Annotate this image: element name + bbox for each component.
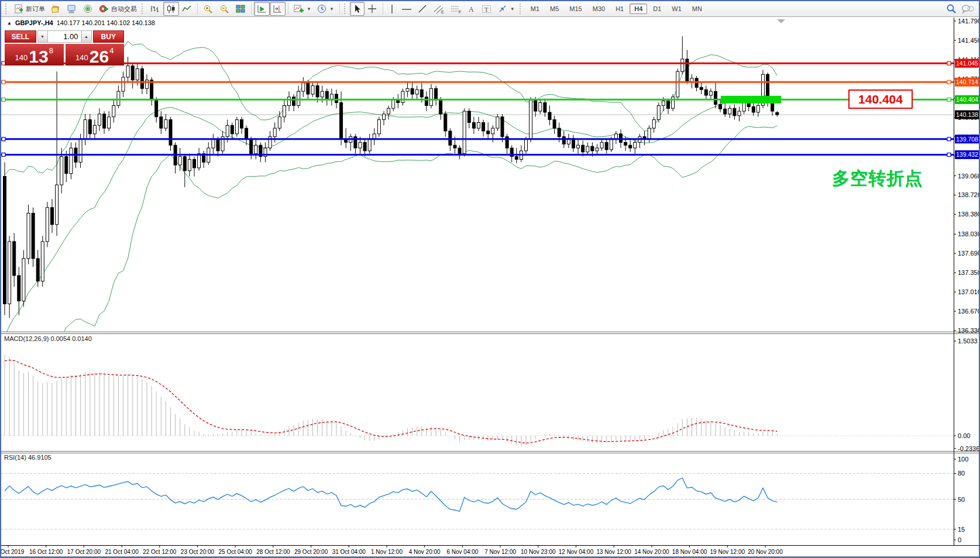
buy-price-prefix: 140: [75, 53, 88, 62]
price-label-140.404: 140.404: [955, 95, 980, 104]
price-label-141.045: 141.045: [955, 59, 980, 68]
svg-text:16 Oct 12:00: 16 Oct 12:00: [29, 549, 63, 555]
svg-text:21 Oct 04:00: 21 Oct 04:00: [105, 549, 139, 555]
sell-price-box[interactable]: 140 13 8: [5, 44, 64, 66]
volume-control: ▼ ▲: [37, 30, 92, 43]
chart-title: ▲ GBPJPY-,H4 140.177 140.201 140.102 140…: [7, 19, 155, 26]
svg-text:138.720: 138.720: [958, 191, 980, 198]
price-label-140.714: 140.714: [955, 78, 980, 87]
svg-text:0.00: 0.00: [958, 432, 970, 439]
macd-indicator-label: MACD(12,26,9) 0.0054 0.0140: [4, 335, 92, 342]
svg-text:138.030: 138.030: [958, 230, 980, 237]
svg-text:141.045: 141.045: [956, 60, 978, 67]
svg-text:14 Nov 20:00: 14 Nov 20:00: [634, 549, 669, 555]
svg-text:137.010: 137.010: [958, 288, 980, 295]
buy-price-sup: 4: [109, 46, 114, 55]
sell-button[interactable]: SELL: [5, 30, 36, 43]
sell-price-prefix: 140: [15, 53, 28, 62]
svg-text:22 Oct 12:00: 22 Oct 12:00: [143, 549, 177, 555]
svg-text:141.790: 141.790: [958, 18, 980, 25]
svg-text:140.404: 140.404: [956, 96, 978, 103]
svg-text:136.670: 136.670: [958, 308, 980, 315]
sell-price-main: 13: [29, 49, 48, 64]
buy-button[interactable]: BUY: [93, 30, 125, 43]
highlight-zone-rect: [721, 96, 781, 104]
svg-text:7 Nov 12:00: 7 Nov 12:00: [484, 549, 516, 555]
volume-increase-button[interactable]: ▲: [81, 30, 92, 43]
svg-text:140.138: 140.138: [956, 111, 978, 118]
price-label-140.138: 140.138: [955, 111, 980, 119]
svg-text:138.380: 138.380: [958, 211, 980, 218]
buy-price-main: 26: [90, 49, 109, 64]
svg-text:50: 50: [958, 496, 965, 503]
svg-text:6 Nov 04:00: 6 Nov 04:00: [446, 549, 478, 555]
svg-text:137.690: 137.690: [958, 250, 980, 257]
trading-platform-window: 新订单 自动交易: [0, 0, 980, 558]
svg-text:17 Oct 20:00: 17 Oct 20:00: [67, 549, 101, 555]
svg-text:-0.2336: -0.2336: [958, 445, 979, 452]
volume-input[interactable]: [48, 30, 81, 43]
svg-text:10 Nov 23:00: 10 Nov 23:00: [521, 549, 556, 555]
symbol-period-label: GBPJPY-,H4: [15, 19, 53, 26]
svg-text:25 Oct 04:00: 25 Oct 04:00: [219, 549, 253, 555]
svg-text:18 Nov 04:00: 18 Nov 04:00: [672, 549, 707, 555]
svg-text:139.432: 139.432: [956, 151, 978, 158]
volume-decrease-button[interactable]: ▼: [37, 30, 48, 43]
rsi-indicator-label: RSI(14) 46.9105: [4, 454, 51, 461]
chinese-annotation: 多空转折点: [832, 167, 923, 191]
svg-text:29 Oct 20:00: 29 Oct 20:00: [294, 549, 328, 555]
svg-text:100: 100: [958, 456, 968, 463]
svg-text:80: 80: [958, 470, 965, 477]
svg-text:19 Nov 12:00: 19 Nov 12:00: [710, 549, 745, 555]
collapse-triangle-icon[interactable]: ▲: [7, 20, 12, 26]
svg-text:31 Oct 04:00: 31 Oct 04:00: [332, 549, 366, 555]
svg-text:136.330: 136.330: [958, 327, 980, 334]
svg-text:4 Nov 20:00: 4 Nov 20:00: [409, 549, 441, 555]
sell-price-sup: 8: [49, 46, 53, 55]
svg-text:139.708: 139.708: [956, 136, 978, 143]
chart-stage: 141.790141.450141.110140.770140.430140.0…: [1, 1, 979, 557]
svg-text:20 Nov 20:00: 20 Nov 20:00: [748, 549, 783, 555]
chart-canvas[interactable]: 141.790141.450141.110140.770140.430140.0…: [1, 18, 980, 558]
svg-text:23 Oct 20:00: 23 Oct 20:00: [181, 549, 215, 555]
price-label-139.432: 139.432: [955, 150, 980, 159]
svg-text:137.350: 137.350: [958, 269, 980, 276]
ohlc-values: 140.177 140.201 140.102 140.138: [57, 19, 155, 26]
svg-text:15: 15: [958, 526, 965, 533]
one-click-trading-panel: SELL ▼ ▲ BUY 140 13 8 140 26 4: [5, 30, 124, 66]
svg-text:12 Nov 04:00: 12 Nov 04:00: [559, 549, 594, 555]
price-callout-label[interactable]: 140.404: [848, 89, 913, 109]
svg-text:15 Oct 2019: 15 Oct 2019: [1, 549, 25, 555]
svg-text:13 Nov 12:00: 13 Nov 12:00: [596, 549, 631, 555]
svg-text:1 Nov 12:00: 1 Nov 12:00: [371, 549, 403, 555]
svg-text:139.060: 139.060: [958, 173, 980, 180]
price-label-139.708: 139.708: [955, 135, 980, 143]
buy-price-box[interactable]: 140 26 4: [66, 44, 125, 66]
svg-text:1.5033: 1.5033: [958, 337, 978, 345]
svg-text:140.714: 140.714: [956, 78, 978, 85]
svg-text:28 Oct 12:00: 28 Oct 12:00: [256, 549, 290, 555]
svg-text:141.450: 141.450: [958, 37, 980, 44]
svg-text:0: 0: [958, 536, 961, 543]
time-axis: [8, 545, 765, 547]
